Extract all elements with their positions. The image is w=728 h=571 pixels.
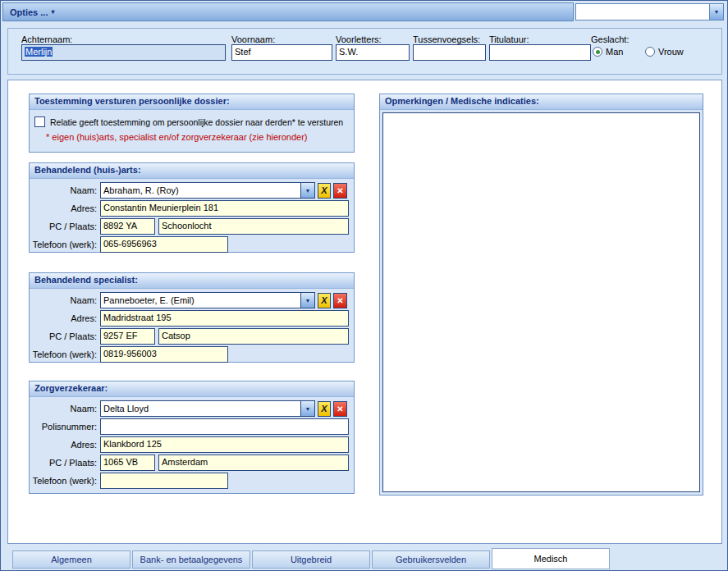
adres-label: Adres:: [30, 313, 100, 323]
huisarts-telefoon-input[interactable]: 065-6956963: [100, 236, 228, 253]
adres-label: Adres:: [30, 440, 100, 450]
opties-menu-button[interactable]: Opties ... ▾: [3, 6, 61, 19]
chevron-down-icon[interactable]: ▼: [300, 293, 314, 308]
top-combobox[interactable]: ▼: [575, 3, 724, 21]
specialist-lookup-button[interactable]: X: [318, 293, 331, 308]
huisarts-naam-combobox[interactable]: Abraham, R. (Roy) ▼: [100, 182, 315, 199]
achternaam-value: Merlijn: [25, 47, 53, 57]
chevron-down-icon[interactable]: ▼: [300, 401, 314, 416]
opmerkingen-header: Opmerkingen / Medische indicaties:: [380, 94, 703, 110]
voornaam-label: Voornaam:: [231, 34, 275, 44]
consent-checkbox[interactable]: ✔: [34, 116, 45, 127]
chevron-down-icon[interactable]: ▼: [709, 4, 723, 20]
specialist-groupbox: Behandelend specialist: Naam: Panneboete…: [29, 272, 355, 363]
pc-plaats-label: PC / Plaats:: [30, 331, 100, 341]
naam-label: Naam:: [30, 404, 100, 413]
consent-checkbox-label: Relatie geeft toestemming om persoonlijk…: [50, 117, 343, 127]
verzekeraar-lookup-button[interactable]: X: [318, 401, 331, 417]
specialist-plaats-input[interactable]: Catsop: [158, 328, 349, 345]
naam-label: Naam:: [30, 185, 100, 195]
chevron-down-icon: ▾: [51, 8, 54, 16]
achternaam-label: Achternaam:: [21, 34, 72, 44]
voorletters-input[interactable]: S.W.: [336, 44, 410, 61]
main-panel: Toestemming versturen persoonlijke dossi…: [7, 80, 722, 544]
telefoon-label: Telefoon (werk):: [30, 240, 100, 249]
opmerkingen-textarea[interactable]: [382, 112, 700, 492]
verzekeraar-pc-input[interactable]: 1065 VB: [100, 455, 155, 471]
patient-header-panel: Achternaam: Merlijn Voornaam: Stef Voorl…: [7, 28, 722, 75]
titulatuur-label: Titulatuur:: [489, 34, 529, 44]
telefoon-label: Telefoon (werk):: [30, 349, 100, 359]
consent-note: * eigen (huis)arts, specialist en/of zor…: [30, 127, 354, 142]
tab-uitgebreid[interactable]: Uitgebreid: [252, 550, 370, 569]
huisarts-plaats-input[interactable]: Schoonlocht: [158, 218, 349, 235]
radio-vrouw[interactable]: Vrouw: [645, 47, 684, 57]
consent-groupbox: Toestemming versturen persoonlijke dossi…: [29, 94, 355, 153]
specialist-naam-value: Panneboeter, E. (Emil): [101, 295, 300, 305]
titulatuur-input[interactable]: [489, 44, 591, 61]
verzekeraar-naam-combobox[interactable]: Delta Lloyd ▼: [100, 400, 315, 417]
huisarts-pc-input[interactable]: 8892 YA: [100, 218, 155, 235]
verzekeraar-groupbox: Zorgverzekeraar: Naam: Delta Lloyd ▼ X ✕…: [29, 381, 355, 494]
tab-gebruikersvelden[interactable]: Gebruikersvelden: [372, 550, 490, 569]
specialist-telefoon-input[interactable]: 0819-956003: [100, 346, 228, 363]
tab-bar: Algemeen Bank- en betaalgegevens Uitgebr…: [12, 548, 610, 569]
specialist-header: Behandelend specialist:: [30, 273, 354, 289]
toolbar: Opties ... ▾: [2, 2, 574, 21]
radio-man[interactable]: Man: [593, 47, 623, 57]
consent-header: Toestemming versturen persoonlijke dossi…: [30, 94, 354, 110]
radio-vrouw-label: Vrouw: [658, 47, 684, 57]
huisarts-naam-value: Abraham, R. (Roy): [101, 185, 300, 195]
specialist-adres-input[interactable]: Madridstraat 195: [100, 310, 349, 327]
naam-label: Naam:: [30, 295, 100, 305]
opties-label: Opties ...: [10, 7, 48, 17]
huisarts-delete-button[interactable]: ✕: [333, 183, 347, 199]
radio-icon: [645, 47, 655, 57]
verzekeraar-delete-button[interactable]: ✕: [333, 401, 347, 417]
huisarts-adres-input[interactable]: Constantin Meunierplein 181: [100, 200, 349, 217]
pc-plaats-label: PC / Plaats:: [30, 222, 100, 231]
verzekeraar-adres-input[interactable]: Klankbord 125: [100, 436, 349, 453]
huisarts-header: Behandelend (huis-)arts:: [30, 163, 354, 179]
tab-medisch[interactable]: Medisch: [492, 548, 610, 569]
verzekeraar-telefoon-input[interactable]: [100, 473, 228, 489]
polisnummer-label: Polisnummer:: [30, 422, 100, 432]
voorletters-label: Voorletters:: [336, 34, 382, 44]
specialist-delete-button[interactable]: ✕: [333, 293, 347, 308]
tussenvoegsels-input[interactable]: [413, 44, 486, 61]
radio-man-label: Man: [606, 47, 623, 57]
opmerkingen-groupbox: Opmerkingen / Medische indicaties:: [379, 94, 703, 496]
chevron-down-icon[interactable]: ▼: [300, 183, 314, 198]
specialist-naam-combobox[interactable]: Panneboeter, E. (Emil) ▼: [100, 292, 315, 308]
voornaam-input[interactable]: Stef: [231, 44, 332, 61]
app-window: Opties ... ▾ ▼ Achternaam: Merlijn Voorn…: [0, 0, 728, 571]
radio-dot: [596, 50, 600, 54]
radio-dot: [648, 50, 652, 54]
verzekeraar-naam-value: Delta Lloyd: [101, 404, 300, 413]
huisarts-groupbox: Behandelend (huis-)arts: Naam: Abraham, …: [29, 162, 355, 253]
verzekeraar-polisnummer-input[interactable]: [100, 418, 349, 435]
tab-bank-en-betaalgegevens[interactable]: Bank- en betaalgegevens: [132, 550, 250, 569]
huisarts-lookup-button[interactable]: X: [318, 183, 331, 199]
geslacht-label: Geslacht:: [591, 34, 629, 44]
tab-algemeen[interactable]: Algemeen: [12, 550, 130, 569]
specialist-pc-input[interactable]: 9257 EF: [100, 328, 155, 345]
verzekeraar-header: Zorgverzekeraar:: [30, 381, 354, 397]
achternaam-input[interactable]: Merlijn: [21, 44, 226, 61]
tussenvoegsels-label: Tussenvoegsels:: [413, 34, 480, 44]
radio-icon: [593, 47, 602, 57]
verzekeraar-plaats-input[interactable]: Amsterdam: [158, 455, 349, 471]
adres-label: Adres:: [30, 203, 100, 213]
telefoon-label: Telefoon (werk):: [30, 476, 100, 486]
pc-plaats-label: PC / Plaats:: [30, 458, 100, 468]
